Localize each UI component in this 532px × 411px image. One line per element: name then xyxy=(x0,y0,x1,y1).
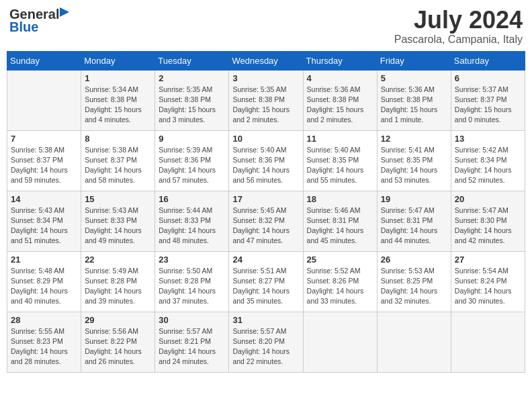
day-number: 24 xyxy=(232,255,299,265)
logo-triangle-icon xyxy=(60,7,69,17)
day-info: Sunrise: 5:51 AMSunset: 8:27 PMDaylight:… xyxy=(232,266,299,307)
title-area: July 2024 Pascarola, Campania, Italy xyxy=(394,7,523,46)
calendar-cell: 1Sunrise: 5:34 AMSunset: 8:38 PMDaylight… xyxy=(81,70,155,130)
weekday-header-thursday: Thursday xyxy=(303,51,377,70)
svg-marker-0 xyxy=(60,7,69,17)
day-info: Sunrise: 5:38 AMSunset: 8:37 PMDaylight:… xyxy=(85,145,151,186)
weekday-header-wednesday: Wednesday xyxy=(229,51,303,70)
day-info: Sunrise: 5:34 AMSunset: 8:38 PMDaylight:… xyxy=(85,85,151,126)
day-info: Sunrise: 5:43 AMSunset: 8:34 PMDaylight:… xyxy=(11,205,77,246)
calendar-cell: 4Sunrise: 5:36 AMSunset: 8:38 PMDaylight… xyxy=(303,70,377,130)
day-info: Sunrise: 5:43 AMSunset: 8:33 PMDaylight:… xyxy=(85,205,151,246)
day-info: Sunrise: 5:57 AMSunset: 8:21 PMDaylight:… xyxy=(159,326,225,367)
day-number: 30 xyxy=(159,315,225,325)
day-number: 2 xyxy=(159,73,225,83)
day-number: 31 xyxy=(232,315,299,325)
day-info: Sunrise: 5:47 AMSunset: 8:31 PMDaylight:… xyxy=(381,205,447,246)
day-number: 8 xyxy=(85,134,151,144)
day-number: 23 xyxy=(159,255,225,265)
day-number: 17 xyxy=(232,194,299,204)
calendar-week-row: 28Sunrise: 5:55 AMSunset: 8:23 PMDayligh… xyxy=(7,312,525,372)
calendar-header-row: SundayMondayTuesdayWednesdayThursdayFrid… xyxy=(7,51,525,70)
day-number: 15 xyxy=(85,194,151,204)
month-year: July 2024 xyxy=(394,7,523,34)
logo-container: General Blue xyxy=(9,7,70,35)
day-number: 18 xyxy=(307,194,373,204)
calendar-week-row: 14Sunrise: 5:43 AMSunset: 8:34 PMDayligh… xyxy=(7,191,525,251)
calendar-cell: 9Sunrise: 5:39 AMSunset: 8:36 PMDaylight… xyxy=(155,130,229,191)
day-number: 26 xyxy=(381,255,447,265)
day-info: Sunrise: 5:37 AMSunset: 8:37 PMDaylight:… xyxy=(455,85,521,126)
calendar-week-row: 1Sunrise: 5:34 AMSunset: 8:38 PMDaylight… xyxy=(7,70,525,130)
day-number: 13 xyxy=(455,134,521,144)
day-info: Sunrise: 5:36 AMSunset: 8:38 PMDaylight:… xyxy=(307,85,373,126)
day-info: Sunrise: 5:35 AMSunset: 8:38 PMDaylight:… xyxy=(232,85,299,126)
calendar-cell: 31Sunrise: 5:57 AMSunset: 8:20 PMDayligh… xyxy=(229,312,303,372)
calendar-cell: 25Sunrise: 5:52 AMSunset: 8:26 PMDayligh… xyxy=(303,251,377,312)
calendar-week-row: 21Sunrise: 5:48 AMSunset: 8:29 PMDayligh… xyxy=(7,251,525,312)
weekday-header-tuesday: Tuesday xyxy=(155,51,229,70)
calendar-cell: 6Sunrise: 5:37 AMSunset: 8:37 PMDaylight… xyxy=(451,70,525,130)
calendar-cell: 12Sunrise: 5:41 AMSunset: 8:35 PMDayligh… xyxy=(377,130,451,191)
day-info: Sunrise: 5:46 AMSunset: 8:31 PMDaylight:… xyxy=(307,205,373,246)
day-info: Sunrise: 5:45 AMSunset: 8:32 PMDaylight:… xyxy=(232,205,299,246)
day-info: Sunrise: 5:56 AMSunset: 8:22 PMDaylight:… xyxy=(85,326,151,367)
calendar-cell: 19Sunrise: 5:47 AMSunset: 8:31 PMDayligh… xyxy=(377,191,451,251)
day-number: 19 xyxy=(381,194,447,204)
day-number: 4 xyxy=(307,73,373,83)
calendar-week-row: 7Sunrise: 5:38 AMSunset: 8:37 PMDaylight… xyxy=(7,130,525,191)
weekday-header-saturday: Saturday xyxy=(451,51,525,70)
day-number: 16 xyxy=(159,194,225,204)
calendar-cell: 2Sunrise: 5:35 AMSunset: 8:38 PMDaylight… xyxy=(155,70,229,130)
day-info: Sunrise: 5:40 AMSunset: 8:35 PMDaylight:… xyxy=(307,145,373,186)
page-header: General Blue July 2024 Pascarola, Campan… xyxy=(7,7,525,46)
day-info: Sunrise: 5:42 AMSunset: 8:34 PMDaylight:… xyxy=(455,145,521,186)
logo: General Blue xyxy=(9,7,70,35)
day-info: Sunrise: 5:39 AMSunset: 8:36 PMDaylight:… xyxy=(159,145,225,186)
calendar-cell: 27Sunrise: 5:54 AMSunset: 8:24 PMDayligh… xyxy=(451,251,525,312)
day-info: Sunrise: 5:53 AMSunset: 8:25 PMDaylight:… xyxy=(381,266,447,307)
day-number: 14 xyxy=(11,194,77,204)
day-number: 10 xyxy=(232,134,299,144)
day-info: Sunrise: 5:52 AMSunset: 8:26 PMDaylight:… xyxy=(307,266,373,307)
calendar-cell: 17Sunrise: 5:45 AMSunset: 8:32 PMDayligh… xyxy=(229,191,303,251)
day-info: Sunrise: 5:38 AMSunset: 8:37 PMDaylight:… xyxy=(11,145,77,186)
weekday-header-friday: Friday xyxy=(377,51,451,70)
day-info: Sunrise: 5:57 AMSunset: 8:20 PMDaylight:… xyxy=(232,326,299,367)
calendar-cell: 10Sunrise: 5:40 AMSunset: 8:36 PMDayligh… xyxy=(229,130,303,191)
day-number: 25 xyxy=(307,255,373,265)
day-number: 20 xyxy=(455,194,521,204)
day-info: Sunrise: 5:55 AMSunset: 8:23 PMDaylight:… xyxy=(11,326,77,367)
calendar-cell: 8Sunrise: 5:38 AMSunset: 8:37 PMDaylight… xyxy=(81,130,155,191)
calendar-cell xyxy=(7,70,81,130)
calendar-table: SundayMondayTuesdayWednesdayThursdayFrid… xyxy=(7,51,525,373)
day-number: 9 xyxy=(159,134,225,144)
day-number: 6 xyxy=(455,73,521,83)
day-info: Sunrise: 5:35 AMSunset: 8:38 PMDaylight:… xyxy=(159,85,225,126)
day-number: 3 xyxy=(232,73,299,83)
day-number: 12 xyxy=(381,134,447,144)
weekday-header-monday: Monday xyxy=(81,51,155,70)
calendar-cell xyxy=(451,312,525,372)
day-info: Sunrise: 5:44 AMSunset: 8:33 PMDaylight:… xyxy=(159,205,225,246)
day-number: 27 xyxy=(455,255,521,265)
day-info: Sunrise: 5:47 AMSunset: 8:30 PMDaylight:… xyxy=(455,205,521,246)
calendar-cell: 26Sunrise: 5:53 AMSunset: 8:25 PMDayligh… xyxy=(377,251,451,312)
calendar-cell: 22Sunrise: 5:49 AMSunset: 8:28 PMDayligh… xyxy=(81,251,155,312)
day-number: 7 xyxy=(11,134,77,144)
weekday-header-sunday: Sunday xyxy=(7,51,81,70)
calendar-cell: 11Sunrise: 5:40 AMSunset: 8:35 PMDayligh… xyxy=(303,130,377,191)
calendar-cell: 30Sunrise: 5:57 AMSunset: 8:21 PMDayligh… xyxy=(155,312,229,372)
calendar-cell: 3Sunrise: 5:35 AMSunset: 8:38 PMDaylight… xyxy=(229,70,303,130)
day-info: Sunrise: 5:54 AMSunset: 8:24 PMDaylight:… xyxy=(455,266,521,307)
calendar-cell: 5Sunrise: 5:36 AMSunset: 8:38 PMDaylight… xyxy=(377,70,451,130)
calendar-cell xyxy=(377,312,451,372)
calendar-cell: 21Sunrise: 5:48 AMSunset: 8:29 PMDayligh… xyxy=(7,251,81,312)
calendar-cell: 16Sunrise: 5:44 AMSunset: 8:33 PMDayligh… xyxy=(155,191,229,251)
day-info: Sunrise: 5:40 AMSunset: 8:36 PMDaylight:… xyxy=(232,145,299,186)
calendar-cell xyxy=(303,312,377,372)
day-info: Sunrise: 5:36 AMSunset: 8:38 PMDaylight:… xyxy=(381,85,447,126)
calendar-cell: 18Sunrise: 5:46 AMSunset: 8:31 PMDayligh… xyxy=(303,191,377,251)
calendar-cell: 13Sunrise: 5:42 AMSunset: 8:34 PMDayligh… xyxy=(451,130,525,191)
day-number: 22 xyxy=(85,255,151,265)
